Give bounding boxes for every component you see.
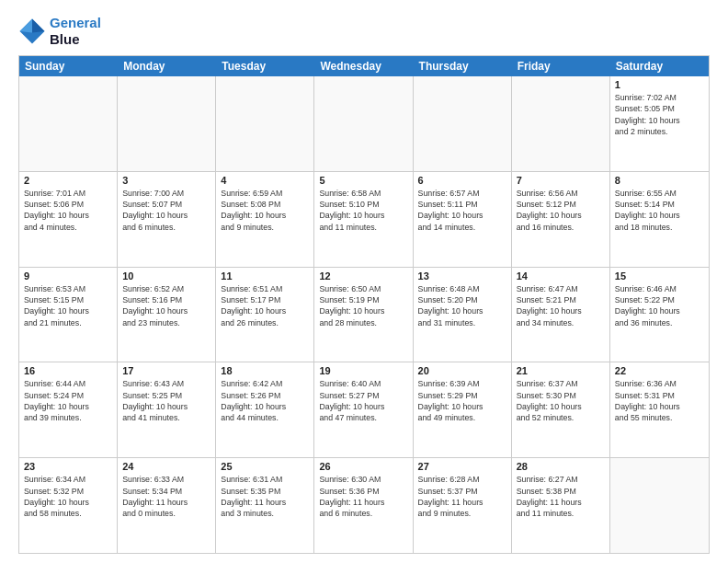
week-row-1: 1Sunrise: 7:02 AM Sunset: 5:05 PM Daylig… — [19, 76, 709, 171]
day-number: 8 — [615, 175, 704, 186]
calendar: SundayMondayTuesdayWednesdayThursdayFrid… — [18, 55, 710, 554]
calendar-body: 1Sunrise: 7:02 AM Sunset: 5:05 PM Daylig… — [19, 76, 709, 553]
day-info: Sunrise: 6:30 AM Sunset: 5:36 PM Dayligh… — [319, 474, 407, 519]
day-cell-4-6: 21Sunrise: 6:37 AM Sunset: 5:30 PM Dayli… — [512, 362, 610, 457]
day-cell-5-3: 25Sunrise: 6:31 AM Sunset: 5:35 PM Dayli… — [216, 458, 314, 553]
day-cell-2-5: 6Sunrise: 6:57 AM Sunset: 5:11 PM Daylig… — [414, 172, 512, 267]
day-header-sunday: Sunday — [19, 56, 118, 76]
day-info: Sunrise: 6:44 AM Sunset: 5:24 PM Dayligh… — [24, 378, 112, 423]
day-info: Sunrise: 6:37 AM Sunset: 5:30 PM Dayligh… — [517, 378, 605, 423]
day-number: 21 — [517, 365, 605, 376]
logo-icon — [18, 17, 46, 45]
day-info: Sunrise: 6:48 AM Sunset: 5:20 PM Dayligh… — [418, 283, 506, 328]
svg-marker-1 — [32, 19, 45, 33]
day-cell-5-2: 24Sunrise: 6:33 AM Sunset: 5:34 PM Dayli… — [118, 458, 216, 553]
day-cell-1-6 — [512, 76, 610, 171]
day-number: 22 — [615, 365, 704, 376]
day-cell-4-2: 17Sunrise: 6:43 AM Sunset: 5:25 PM Dayli… — [118, 362, 216, 457]
day-cell-2-6: 7Sunrise: 6:56 AM Sunset: 5:12 PM Daylig… — [512, 172, 610, 267]
day-number: 26 — [319, 461, 407, 472]
day-number: 24 — [122, 461, 210, 472]
day-info: Sunrise: 6:42 AM Sunset: 5:26 PM Dayligh… — [221, 378, 309, 423]
day-cell-3-6: 14Sunrise: 6:47 AM Sunset: 5:21 PM Dayli… — [512, 268, 610, 362]
day-number: 3 — [122, 175, 210, 186]
week-row-5: 23Sunrise: 6:34 AM Sunset: 5:32 PM Dayli… — [19, 457, 709, 553]
day-info: Sunrise: 6:33 AM Sunset: 5:34 PM Dayligh… — [122, 474, 210, 519]
day-info: Sunrise: 6:53 AM Sunset: 5:15 PM Dayligh… — [24, 283, 112, 328]
day-info: Sunrise: 6:51 AM Sunset: 5:17 PM Dayligh… — [221, 283, 309, 328]
day-cell-1-7: 1Sunrise: 7:02 AM Sunset: 5:05 PM Daylig… — [610, 76, 709, 171]
day-headers: SundayMondayTuesdayWednesdayThursdayFrid… — [19, 56, 709, 76]
header: General Blue — [18, 15, 710, 48]
day-cell-5-6: 28Sunrise: 6:27 AM Sunset: 5:38 PM Dayli… — [512, 458, 610, 553]
day-info: Sunrise: 6:46 AM Sunset: 5:22 PM Dayligh… — [615, 283, 704, 328]
day-cell-3-7: 15Sunrise: 6:46 AM Sunset: 5:22 PM Dayli… — [610, 268, 709, 362]
day-cell-3-3: 11Sunrise: 6:51 AM Sunset: 5:17 PM Dayli… — [216, 268, 314, 362]
day-info: Sunrise: 7:02 AM Sunset: 5:05 PM Dayligh… — [615, 92, 704, 137]
day-number: 27 — [418, 461, 506, 472]
day-header-wednesday: Wednesday — [314, 56, 413, 76]
day-number: 2 — [24, 175, 112, 186]
day-info: Sunrise: 6:50 AM Sunset: 5:19 PM Dayligh… — [319, 283, 407, 328]
day-number: 28 — [517, 461, 605, 472]
day-number: 19 — [319, 365, 407, 376]
day-number: 12 — [319, 270, 407, 282]
day-info: Sunrise: 6:43 AM Sunset: 5:25 PM Dayligh… — [122, 378, 210, 423]
day-number: 13 — [418, 270, 506, 282]
day-cell-5-1: 23Sunrise: 6:34 AM Sunset: 5:32 PM Dayli… — [19, 458, 118, 553]
day-cell-5-4: 26Sunrise: 6:30 AM Sunset: 5:36 PM Dayli… — [314, 458, 413, 553]
day-number: 6 — [418, 175, 506, 186]
day-cell-2-1: 2Sunrise: 7:01 AM Sunset: 5:06 PM Daylig… — [19, 172, 118, 267]
day-cell-1-4 — [314, 76, 413, 171]
week-row-2: 2Sunrise: 7:01 AM Sunset: 5:06 PM Daylig… — [19, 171, 709, 267]
logo: General Blue — [18, 15, 101, 48]
day-number: 7 — [517, 175, 605, 186]
day-info: Sunrise: 6:39 AM Sunset: 5:29 PM Dayligh… — [418, 378, 506, 423]
day-number: 4 — [221, 175, 309, 186]
day-cell-2-2: 3Sunrise: 7:00 AM Sunset: 5:07 PM Daylig… — [118, 172, 216, 267]
week-row-4: 16Sunrise: 6:44 AM Sunset: 5:24 PM Dayli… — [19, 362, 709, 457]
logo-text: General Blue — [50, 15, 101, 48]
day-cell-4-1: 16Sunrise: 6:44 AM Sunset: 5:24 PM Dayli… — [19, 362, 118, 457]
day-info: Sunrise: 6:47 AM Sunset: 5:21 PM Dayligh… — [517, 283, 605, 328]
day-info: Sunrise: 6:27 AM Sunset: 5:38 PM Dayligh… — [517, 474, 605, 519]
day-cell-2-7: 8Sunrise: 6:55 AM Sunset: 5:14 PM Daylig… — [610, 172, 709, 267]
day-info: Sunrise: 6:58 AM Sunset: 5:10 PM Dayligh… — [319, 188, 407, 233]
week-row-3: 9Sunrise: 6:53 AM Sunset: 5:15 PM Daylig… — [19, 267, 709, 362]
day-info: Sunrise: 7:01 AM Sunset: 5:06 PM Dayligh… — [24, 188, 112, 233]
day-number: 18 — [221, 365, 309, 376]
day-cell-4-4: 19Sunrise: 6:40 AM Sunset: 5:27 PM Dayli… — [314, 362, 413, 457]
day-info: Sunrise: 6:52 AM Sunset: 5:16 PM Dayligh… — [122, 283, 210, 328]
day-header-thursday: Thursday — [414, 56, 512, 76]
day-cell-4-5: 20Sunrise: 6:39 AM Sunset: 5:29 PM Dayli… — [414, 362, 512, 457]
day-header-tuesday: Tuesday — [216, 56, 314, 76]
day-info: Sunrise: 6:59 AM Sunset: 5:08 PM Dayligh… — [221, 188, 309, 233]
day-number: 16 — [24, 365, 112, 376]
day-info: Sunrise: 6:34 AM Sunset: 5:32 PM Dayligh… — [24, 474, 112, 519]
day-number: 10 — [122, 270, 210, 282]
day-number: 14 — [517, 270, 605, 282]
day-number: 17 — [122, 365, 210, 376]
day-cell-1-3 — [216, 76, 314, 171]
day-cell-3-4: 12Sunrise: 6:50 AM Sunset: 5:19 PM Dayli… — [314, 268, 413, 362]
svg-marker-2 — [20, 19, 33, 33]
day-cell-3-5: 13Sunrise: 6:48 AM Sunset: 5:20 PM Dayli… — [414, 268, 512, 362]
day-cell-5-5: 27Sunrise: 6:28 AM Sunset: 5:37 PM Dayli… — [414, 458, 512, 553]
day-header-saturday: Saturday — [610, 56, 709, 76]
day-header-friday: Friday — [512, 56, 610, 76]
day-cell-1-1 — [19, 76, 118, 171]
day-cell-2-3: 4Sunrise: 6:59 AM Sunset: 5:08 PM Daylig… — [216, 172, 314, 267]
day-info: Sunrise: 6:31 AM Sunset: 5:35 PM Dayligh… — [221, 474, 309, 519]
day-header-monday: Monday — [118, 56, 216, 76]
day-number: 15 — [615, 270, 704, 282]
day-cell-5-7 — [610, 458, 709, 553]
day-info: Sunrise: 7:00 AM Sunset: 5:07 PM Dayligh… — [122, 188, 210, 233]
day-info: Sunrise: 6:56 AM Sunset: 5:12 PM Dayligh… — [517, 188, 605, 233]
day-info: Sunrise: 6:36 AM Sunset: 5:31 PM Dayligh… — [615, 378, 704, 423]
day-number: 5 — [319, 175, 407, 186]
day-number: 20 — [418, 365, 506, 376]
day-number: 1 — [615, 79, 704, 90]
day-number: 11 — [221, 270, 309, 282]
day-number: 23 — [24, 461, 112, 472]
day-info: Sunrise: 6:28 AM Sunset: 5:37 PM Dayligh… — [418, 474, 506, 519]
